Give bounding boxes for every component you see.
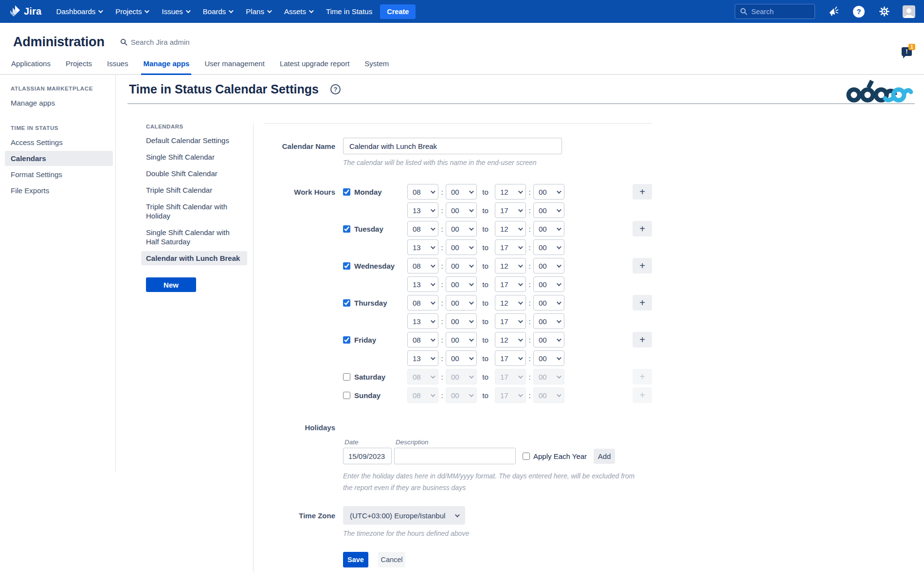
end-minute-select[interactable]: 00: [533, 258, 564, 274]
calendar-list-item[interactable]: Single Shift Calendar: [141, 150, 247, 164]
day-checkbox-monday[interactable]: [343, 188, 350, 196]
tab-system[interactable]: System: [364, 59, 389, 74]
calendar-list-item[interactable]: Single Shift Calendar with Half Saturday: [141, 225, 247, 249]
end-minute-select[interactable]: 00: [533, 332, 564, 347]
holiday-description-input[interactable]: [394, 448, 516, 464]
start-minute-select[interactable]: 00: [446, 221, 477, 237]
calendar-name-input[interactable]: [343, 138, 562, 154]
holiday-date-input[interactable]: [343, 448, 392, 464]
day-checkbox-tuesday[interactable]: [343, 225, 350, 233]
sidebar-item-format-settings[interactable]: Format Settings: [5, 167, 113, 182]
start-minute-select[interactable]: 00: [446, 276, 477, 292]
create-button[interactable]: Create: [380, 4, 416, 19]
save-button[interactable]: Save: [343, 552, 368, 567]
calendar-list-item[interactable]: Triple Shift Calendar: [141, 183, 247, 197]
start-minute-select[interactable]: 00: [446, 239, 477, 255]
end-hour-select[interactable]: 17: [495, 202, 526, 218]
end-hour-select[interactable]: 17: [495, 350, 526, 366]
help-icon[interactable]: ?: [852, 5, 866, 18]
calendar-list-item[interactable]: Default Calendar Settings: [141, 133, 247, 147]
end-minute-select[interactable]: 00: [533, 239, 564, 255]
jira-logo[interactable]: Jira: [9, 5, 41, 18]
tab-user-management[interactable]: User management: [204, 59, 264, 74]
day-checkbox-sunday[interactable]: [343, 392, 350, 399]
start-minute-select[interactable]: 00: [446, 202, 477, 218]
start-hour-select[interactable]: 08: [407, 295, 438, 310]
admin-search-input[interactable]: [131, 38, 218, 46]
day-checkbox-wednesday[interactable]: [343, 262, 350, 270]
global-search[interactable]: [735, 4, 815, 19]
start-hour-select[interactable]: 13: [407, 313, 438, 329]
day-checkbox-friday[interactable]: [343, 336, 350, 344]
settings-gear-icon[interactable]: [877, 5, 891, 18]
start-minute-select[interactable]: 00: [446, 332, 477, 347]
start-hour-select[interactable]: 13: [407, 350, 438, 366]
global-search-input[interactable]: [751, 8, 805, 16]
nav-item-assets[interactable]: Assets: [284, 7, 312, 16]
nav-item-issues[interactable]: Issues: [162, 7, 189, 16]
start-hour-select[interactable]: 13: [407, 239, 438, 255]
new-calendar-button[interactable]: New: [146, 277, 196, 292]
nav-item-boards[interactable]: Boards: [203, 7, 233, 16]
start-minute-select[interactable]: 00: [446, 350, 477, 366]
end-hour-select[interactable]: 12: [495, 332, 526, 347]
sidebar-item-manage-apps[interactable]: Manage apps: [5, 95, 113, 110]
start-hour-select[interactable]: 08: [407, 184, 438, 200]
end-hour-select[interactable]: 12: [495, 221, 526, 237]
end-hour-select[interactable]: 17: [495, 276, 526, 292]
nav-item-plans[interactable]: Plans: [246, 7, 271, 16]
apply-each-year-checkbox-wrap[interactable]: Apply Each Year: [523, 452, 587, 460]
sidebar-item-access-settings[interactable]: Access Settings: [5, 135, 113, 150]
title-help-icon[interactable]: ?: [330, 84, 341, 94]
calendar-list-item[interactable]: Triple Shift Calendar with Holiday: [141, 200, 247, 223]
add-time-range-button[interactable]: +: [633, 184, 652, 200]
tab-latest-upgrade-report[interactable]: Latest upgrade report: [280, 59, 349, 74]
end-minute-select[interactable]: 00: [533, 295, 564, 310]
start-hour-select[interactable]: 08: [407, 221, 438, 237]
start-hour-select[interactable]: 13: [407, 202, 438, 218]
notification-bubble-icon[interactable]: ! 1: [902, 47, 912, 56]
cancel-button[interactable]: Cancel: [378, 552, 405, 567]
add-time-range-button[interactable]: +: [633, 295, 652, 310]
nav-item-dashboards[interactable]: Dashboards: [56, 7, 102, 16]
tab-manage-apps[interactable]: Manage apps: [143, 59, 189, 74]
add-time-range-button[interactable]: +: [633, 258, 652, 274]
nav-item-projects[interactable]: Projects: [115, 7, 148, 16]
sidebar-item-file-exports[interactable]: File Exports: [5, 183, 113, 198]
start-minute-select[interactable]: 00: [446, 258, 477, 274]
start-minute-select[interactable]: 00: [446, 313, 477, 329]
end-hour-select[interactable]: 12: [495, 295, 526, 310]
start-hour-select[interactable]: 13: [407, 276, 438, 292]
end-minute-select[interactable]: 00: [533, 221, 564, 237]
calendar-list-item[interactable]: Calendar with Lunch Break: [141, 251, 247, 265]
end-hour-select[interactable]: 12: [495, 184, 526, 200]
tab-projects[interactable]: Projects: [66, 59, 92, 74]
end-hour-select[interactable]: 17: [495, 313, 526, 329]
add-time-range-button[interactable]: +: [633, 221, 652, 237]
day-checkbox-saturday[interactable]: [343, 373, 350, 381]
end-minute-select[interactable]: 00: [533, 202, 564, 218]
start-minute-select[interactable]: 00: [446, 295, 477, 310]
end-minute-select[interactable]: 00: [533, 350, 564, 366]
timezone-select[interactable]: (UTC+03:00) Europe/Istanbul: [343, 506, 465, 525]
apply-each-year-checkbox[interactable]: [523, 453, 530, 460]
end-hour-select[interactable]: 17: [495, 239, 526, 255]
admin-search[interactable]: [120, 38, 218, 46]
add-time-range-button[interactable]: +: [633, 332, 652, 347]
user-avatar[interactable]: [903, 5, 915, 18]
sidebar-item-calendars[interactable]: Calendars: [5, 151, 113, 166]
end-minute-select[interactable]: 00: [533, 184, 564, 200]
add-holiday-button[interactable]: Add: [594, 449, 615, 464]
end-hour-select[interactable]: 12: [495, 258, 526, 274]
start-hour-select[interactable]: 08: [407, 258, 438, 274]
tab-applications[interactable]: Applications: [11, 59, 51, 74]
day-checkbox-thursday[interactable]: [343, 299, 350, 307]
announcements-icon[interactable]: [827, 5, 840, 18]
start-hour-select[interactable]: 08: [407, 332, 438, 347]
start-minute-select[interactable]: 00: [446, 184, 477, 200]
end-minute-select[interactable]: 00: [533, 276, 564, 292]
calendar-list-item[interactable]: Double Shift Calendar: [141, 166, 247, 181]
end-minute-select[interactable]: 00: [533, 313, 564, 329]
nav-item-time-in-status[interactable]: Time in Status: [326, 7, 372, 16]
tab-issues[interactable]: Issues: [107, 59, 128, 74]
